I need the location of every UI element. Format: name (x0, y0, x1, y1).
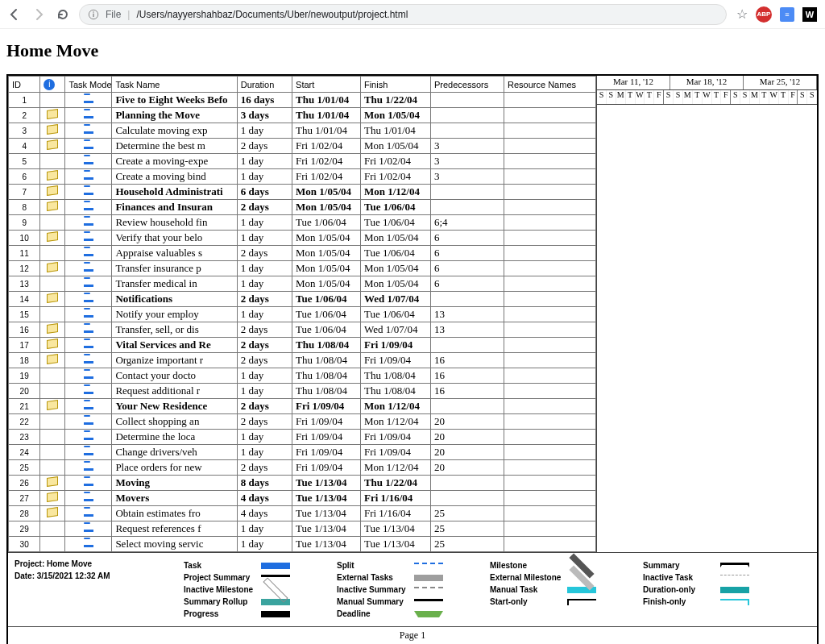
cell-task-name: Request references f (112, 521, 237, 537)
table-row[interactable]: 2Planning the Move3 daysThu 1/01/04Mon 1… (9, 108, 596, 123)
cell-id: 5 (9, 154, 40, 169)
cell-resources (504, 292, 596, 307)
legend-label: Milestone (490, 561, 562, 570)
manual-schedule-icon (84, 340, 93, 348)
manual-schedule-icon (84, 110, 93, 118)
forward-button[interactable] (32, 8, 45, 21)
col-predecessors[interactable]: Predecessors (430, 77, 504, 93)
cell-resources (504, 537, 596, 552)
cell-task-name: Your New Residence (112, 399, 237, 414)
extension-generic-icon[interactable]: ≡ (780, 7, 794, 22)
table-row[interactable]: 13Transfer medical in1 dayMon 1/05/04Mon… (9, 276, 596, 292)
table-row[interactable]: 6Create a moving bind1 dayFri 1/02/04Fri… (9, 169, 596, 185)
legend-item: Duration-only (643, 584, 796, 596)
table-row[interactable]: 29Request references f1 dayTue 1/13/04Tu… (9, 521, 596, 537)
cell-task-name: Determine the loca (112, 430, 237, 445)
legend-label: Finish-only (643, 597, 715, 606)
manual-schedule-icon (84, 248, 93, 256)
timeline-day: T (712, 90, 722, 104)
legend-swatch (567, 599, 596, 605)
cell-id: 21 (9, 399, 40, 414)
col-task-mode[interactable]: Task Mode (65, 77, 112, 93)
table-row[interactable]: 5Create a moving-expe1 dayFri 1/02/04Fri… (9, 154, 596, 169)
cell-predecessors: 6 (430, 231, 504, 246)
cell-predecessors: 25 (430, 506, 504, 521)
table-row[interactable]: 9Review household fin1 dayTue 1/06/04Tue… (9, 215, 596, 231)
note-icon (47, 354, 58, 364)
table-row[interactable]: 27Movers4 daysTue 1/13/04Fri 1/16/04 (9, 491, 596, 506)
col-info[interactable]: i (40, 77, 65, 93)
timeline-week: Mar 11, '12 (597, 76, 670, 89)
manual-schedule-icon (84, 524, 93, 532)
table-row[interactable]: 18Organize important r2 daysThu 1/08/04F… (9, 353, 596, 368)
address-bar[interactable]: File | /Users/nayyershahbaz/Documents/Ub… (79, 4, 727, 25)
cell-resources (504, 322, 596, 338)
legend-swatch (414, 611, 443, 617)
cell-resources (504, 200, 596, 215)
table-row[interactable]: 14Notifications2 daysTue 1/06/04Wed 1/07… (9, 292, 596, 307)
legend-item: Manual Task (490, 584, 643, 596)
cell-start: Tue 1/06/04 (292, 322, 361, 338)
cell-resources (504, 93, 596, 108)
col-id[interactable]: ID (9, 77, 40, 93)
table-row[interactable]: 24Change drivers/veh1 dayFri 1/09/04Fri … (9, 445, 596, 460)
table-row[interactable]: 30Select moving servic1 dayTue 1/13/04Tu… (9, 537, 596, 552)
cell-task-name: Five to Eight Weeks Befo (112, 93, 237, 108)
legend-label: External Tasks (337, 573, 409, 582)
table-row[interactable]: 17Vital Services and Re2 daysThu 1/08/04… (9, 338, 596, 353)
col-duration[interactable]: Duration (237, 77, 292, 93)
col-resource-names[interactable]: Resource Names (504, 77, 596, 93)
cell-duration: 3 days (237, 108, 292, 123)
table-row[interactable]: 15Notify your employ1 dayTue 1/06/04Tue … (9, 307, 596, 322)
cell-id: 8 (9, 200, 40, 215)
cell-start: Mon 1/05/04 (292, 261, 361, 276)
cell-task-mode (65, 261, 112, 276)
cell-predecessors: 20 (430, 414, 504, 430)
table-row[interactable]: 12Transfer insurance p1 dayMon 1/05/04Mo… (9, 261, 596, 276)
cell-info (40, 276, 65, 292)
cell-resources (504, 169, 596, 185)
cell-finish: Fri 1/16/04 (360, 491, 430, 506)
cell-task-name: Transfer insurance p (112, 261, 237, 276)
table-row[interactable]: 28Obtain estimates fro4 daysTue 1/13/04F… (9, 506, 596, 521)
cell-predecessors: 6 (430, 261, 504, 276)
table-row[interactable]: 8Finances and Insuran2 daysMon 1/05/04Tu… (9, 200, 596, 215)
table-row[interactable]: 16Transfer, sell, or dis2 daysTue 1/06/0… (9, 322, 596, 338)
table-row[interactable]: 23Determine the loca1 dayFri 1/09/04Fri … (9, 430, 596, 445)
extension-w-icon[interactable]: W (802, 7, 817, 22)
table-row[interactable]: 1Five to Eight Weeks Befo16 daysThu 1/01… (9, 93, 596, 108)
table-row[interactable]: 21Your New Residence2 daysFri 1/09/04Mon… (9, 399, 596, 414)
table-row[interactable]: 22Collect shopping an2 daysFri 1/09/04Mo… (9, 414, 596, 430)
cell-task-mode (65, 430, 112, 445)
cell-id: 14 (9, 292, 40, 307)
manual-schedule-icon (84, 233, 93, 241)
table-row[interactable]: 11Appraise valuables s2 daysMon 1/05/04T… (9, 246, 596, 261)
cell-task-name: Create a moving-expe (112, 154, 237, 169)
col-task-name[interactable]: Task Name (112, 77, 237, 93)
col-start[interactable]: Start (292, 77, 361, 93)
table-row[interactable]: 26Moving8 daysTue 1/13/04Thu 1/22/04 (9, 476, 596, 491)
extension-abp-icon[interactable]: ABP (756, 6, 772, 23)
table-row[interactable]: 7Household Administrati6 daysMon 1/05/04… (9, 185, 596, 200)
table-row[interactable]: 25Place orders for new2 daysFri 1/09/04M… (9, 460, 596, 476)
col-finish[interactable]: Finish (360, 77, 430, 93)
cell-info (40, 261, 65, 276)
table-row[interactable]: 19Contact your docto1 dayThu 1/08/04Thu … (9, 368, 596, 384)
table-row[interactable]: 10Verify that your belo1 dayMon 1/05/04M… (9, 231, 596, 246)
table-row[interactable]: 3Calculate moving exp1 dayThu 1/01/04Thu… (9, 123, 596, 139)
reload-button[interactable] (56, 8, 69, 21)
table-row[interactable]: 4Determine the best m2 daysFri 1/02/04Mo… (9, 139, 596, 154)
cell-task-mode (65, 154, 112, 169)
cell-task-name: Place orders for new (112, 460, 237, 476)
cell-task-name: Request additional r (112, 384, 237, 399)
cell-task-mode (65, 215, 112, 231)
legend-swatch (720, 587, 749, 593)
manual-schedule-icon (84, 432, 93, 440)
cell-predecessors: 6;4 (430, 215, 504, 231)
note-icon (47, 170, 58, 181)
legend-item: External Milestone (490, 571, 643, 584)
cell-task-name: Contact your docto (112, 368, 237, 384)
back-button[interactable] (8, 8, 21, 21)
bookmark-star-icon[interactable]: ☆ (736, 6, 748, 22)
table-row[interactable]: 20Request additional r1 dayThu 1/08/04Th… (9, 384, 596, 399)
